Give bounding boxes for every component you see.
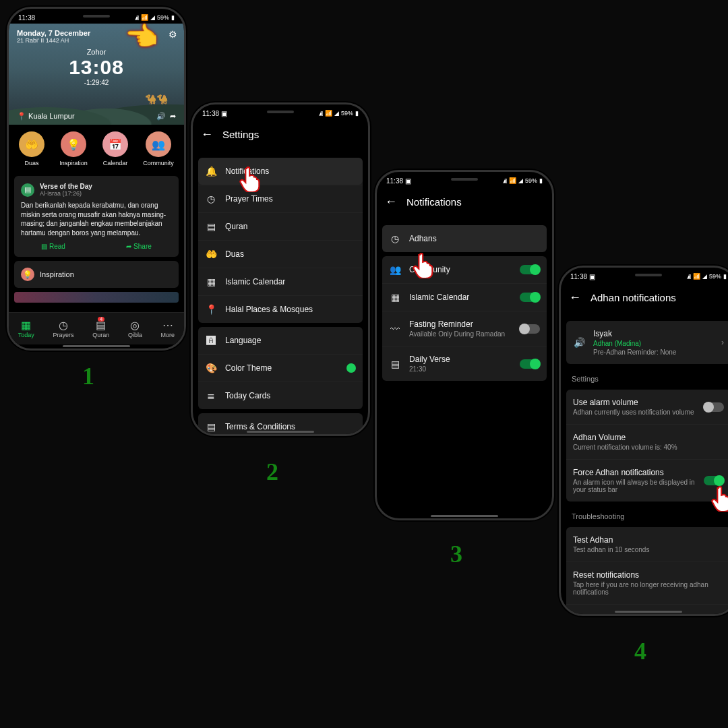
- location[interactable]: 📍 Kuala Lumpur: [17, 112, 75, 121]
- prayer-time: 13:08: [17, 56, 176, 79]
- row-label: Quran: [225, 222, 356, 231]
- back-icon[interactable]: ←: [569, 291, 581, 305]
- share-button[interactable]: ➦ Share: [126, 243, 151, 250]
- settings-row[interactable]: Use alarm volumeAdhan currently uses not…: [566, 390, 728, 424]
- tab-quran[interactable]: ▤4Quran: [92, 319, 109, 338]
- row-icon: 📍: [205, 304, 217, 315]
- row-icon: 👥: [389, 264, 401, 275]
- toggle[interactable]: [520, 265, 540, 274]
- tab-qibla[interactable]: ◎Qibla: [128, 319, 142, 338]
- bulb-icon: 💡: [21, 268, 34, 281]
- tab-prayers[interactable]: ◷Prayers: [53, 319, 74, 338]
- row-icon: ◷: [389, 233, 401, 244]
- prayer-name: Isyak: [593, 329, 713, 338]
- calendar-icon: 📅: [102, 131, 128, 157]
- reminder: Pre-Adhan Reminder: None: [593, 348, 713, 356]
- row-icon: ▤: [205, 221, 217, 232]
- home-indicator: [63, 345, 130, 347]
- row-label: Fasting Reminder: [409, 320, 512, 329]
- read-button[interactable]: ▤ Read: [41, 243, 65, 250]
- row-label: Daily Verse: [409, 355, 512, 364]
- row-label: Islamic Calendar: [225, 277, 356, 286]
- toggle[interactable]: [704, 402, 724, 412]
- settings-row[interactable]: ≣Today Cards: [198, 382, 363, 409]
- tab-today[interactable]: ▦Today: [18, 319, 34, 338]
- phone-3: 11:38 ▣ ▣ 📶 ◢ 59%▮ ← Notifications ◷Adha…: [375, 170, 554, 520]
- settings-row[interactable]: Force Adhan notificationsAn alarm icon w…: [566, 459, 728, 502]
- settings-row[interactable]: 🔔Notifications: [198, 158, 363, 185]
- row-label: Language: [225, 336, 356, 345]
- quick-community[interactable]: 👥Community: [143, 131, 174, 166]
- gear-icon[interactable]: ⚙: [169, 29, 177, 40]
- toggle[interactable]: [520, 359, 540, 369]
- toggle[interactable]: [704, 476, 724, 485]
- step-4-label: 4: [634, 637, 646, 665]
- inspiration-icon: 💡: [61, 131, 86, 157]
- row-label: Terms & Conditions: [225, 422, 356, 431]
- status-icons: ▣ 📶 ◢ 59%▮: [133, 14, 175, 21]
- row-label: Notifications: [225, 166, 356, 176]
- row-label: Notifications not working: [573, 613, 724, 614]
- row-label: Today Cards: [225, 391, 356, 400]
- back-icon[interactable]: ←: [385, 195, 397, 209]
- phone-4: 11:38 ▣ ▣ 📶 ◢ 59%▮ ← Adhan notifications…: [559, 266, 728, 616]
- phone-2: 11:38 ▣ ▣ 📶 ◢ 59%▮ ← Settings 🔔Notificat…: [191, 102, 370, 436]
- share-icon[interactable]: ➦: [170, 112, 176, 120]
- badge: 4: [98, 317, 104, 322]
- tab-more[interactable]: ⋯More: [161, 319, 175, 338]
- toggle[interactable]: [520, 324, 540, 334]
- phone-1: 11:38 ▣ 📶 ◢ 59%▮ Monday, 7 December 21 R…: [7, 7, 186, 351]
- sound-icon[interactable]: 🔊: [156, 112, 166, 120]
- inspiration-image: [14, 292, 179, 303]
- row-label: Prayer Times: [225, 194, 356, 204]
- settings-row[interactable]: 🅰Language: [198, 327, 363, 354]
- status-icons: ▣ 📶 ◢ 59%▮: [502, 177, 543, 184]
- settings-row[interactable]: 🎨Color Theme: [198, 354, 363, 382]
- status-time: 11:38 ▣: [386, 177, 411, 185]
- notification-row[interactable]: 〰Fasting ReminderAvailable Only During R…: [382, 311, 547, 346]
- settings-row[interactable]: Test AdhanTest adhan in 10 seconds: [566, 527, 728, 562]
- status-time: 11:38 ▣: [570, 273, 595, 280]
- notification-row[interactable]: ▦Islamic Calendar: [382, 283, 547, 311]
- more-icon: ⋯: [161, 319, 175, 332]
- back-icon[interactable]: ←: [201, 127, 213, 142]
- settings-row[interactable]: ▦Islamic Calendar: [198, 268, 363, 295]
- row-label: Reset notifications: [573, 570, 724, 580]
- notification-row[interactable]: ▤Daily Verse21:30: [382, 346, 547, 381]
- row-label: Community: [409, 265, 512, 274]
- status-time: 11:38 ▣: [202, 110, 227, 117]
- row-label: Test Adhan: [573, 535, 724, 545]
- toggle[interactable]: [520, 293, 540, 302]
- quick-duas[interactable]: 🤲Duas: [19, 131, 44, 166]
- row-icon: 🤲: [205, 249, 217, 260]
- row-icon: ▤: [389, 359, 401, 369]
- home-indicator: [247, 431, 314, 433]
- hero-hijri: 21 Rabi' II 1442 AH: [17, 37, 176, 44]
- adhan-selected: Adhan (Madina): [593, 340, 713, 347]
- countdown: -1:29:42: [17, 79, 176, 86]
- page-title: Settings: [222, 129, 259, 140]
- row-icon: ▦: [205, 276, 217, 287]
- page-header: ← Notifications: [377, 187, 552, 217]
- settings-row[interactable]: 📍Halal Places & Mosques: [198, 295, 363, 323]
- notification-row[interactable]: 👥Community: [382, 256, 547, 283]
- row-sub: Test adhan in 10 seconds: [573, 546, 724, 553]
- quick-calendar[interactable]: 📅Calendar: [102, 131, 128, 166]
- row-sub: Tap here if you are no longer receiving …: [573, 581, 724, 596]
- duas-icon: 🤲: [19, 131, 44, 157]
- settings-row[interactable]: ▤Quran: [198, 212, 363, 240]
- verse-body: Dan berikanlah kepada kerabatmu, dan ora…: [21, 201, 172, 237]
- inspiration-card[interactable]: 💡 Inspiration: [14, 261, 179, 288]
- today-icon: ▦: [18, 319, 34, 332]
- settings-row[interactable]: Adhan VolumeCurrent notification volume …: [566, 424, 728, 459]
- quick-inspiration[interactable]: 💡Inspiration: [59, 131, 88, 166]
- current-adhan-row[interactable]: 🔊 Isyak Adhan (Madina) Pre-Adhan Reminde…: [566, 321, 728, 364]
- notification-row[interactable]: ◷Adhans: [382, 225, 547, 252]
- settings-row[interactable]: ◷Prayer Times: [198, 185, 363, 212]
- settings-row[interactable]: 🤲Duas: [198, 240, 363, 268]
- row-sub: 21:30: [409, 365, 512, 373]
- sound-icon: 🔊: [573, 337, 585, 348]
- verse-title: Verse of the Day: [40, 183, 92, 190]
- row-label: Adhan Volume: [573, 433, 724, 442]
- settings-row[interactable]: Reset notificationsTap here if you are n…: [566, 562, 728, 604]
